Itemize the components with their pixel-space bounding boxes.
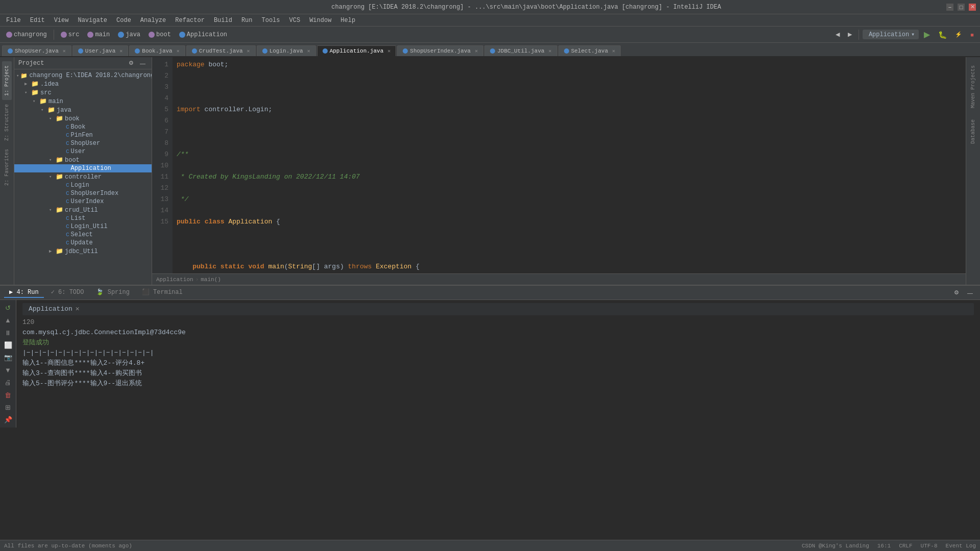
menu-build[interactable]: Build [210,16,236,25]
clear-button[interactable]: 🗑 [3,390,13,399]
tree-update[interactable]: C Update [14,239,152,247]
menu-file[interactable]: File [2,16,25,25]
menu-view[interactable]: View [50,16,73,25]
tree-changrong[interactable]: ▾ 📁 changrong E:\IDEA 2018.2\changrong [14,71,152,80]
menu-window[interactable]: Window [305,16,335,25]
menu-analyze[interactable]: Analyze [136,16,170,25]
code-editor[interactable]: 1 2 3 4 5 6 7 8 9 10 11 12 13 14 15 pack… [152,57,966,273]
maximize-button[interactable]: □ [958,4,965,11]
tab-crudtest-close[interactable]: ✕ [247,48,250,54]
menu-refactor[interactable]: Refactor [171,16,209,25]
tab-shopuser-close[interactable]: ✕ [63,48,66,54]
scroll-down-btn[interactable]: ▼ [3,365,13,374]
tab-application[interactable]: Application.java ✕ [317,45,397,56]
tree-controller[interactable]: ▾ 📁 controller [14,172,152,181]
tab-book[interactable]: Book.java ✕ [129,45,185,56]
run-tab-close[interactable]: ✕ [76,304,80,314]
bottom-minimize-btn[interactable]: — [964,289,976,297]
forward-button[interactable]: ▶ [845,30,855,39]
tree-book[interactable]: ▾ 📁 book [14,114,152,123]
menu-run[interactable]: Run [237,16,257,25]
menu-navigate[interactable]: Navigate [74,16,111,25]
tree-application[interactable]: C Application [14,164,152,172]
toolbar-main[interactable]: main [84,30,113,39]
tree-login[interactable]: C Login [14,181,152,189]
tab-jdbcutil[interactable]: JDBC_Util.java ✕ [484,45,557,56]
toolbar-project[interactable]: changrong [3,30,50,39]
toolbar-src[interactable]: src [58,30,83,39]
debug-button[interactable]: 🐛 [935,30,950,40]
scroll-up-btn[interactable]: ▲ [3,315,13,324]
tree-userindex[interactable]: C UserIndex [14,197,152,206]
menu-edit[interactable]: Edit [26,16,49,25]
menu-tools[interactable]: Tools [258,16,284,25]
run-tab-btn[interactable]: ▶ 4: Run [4,287,44,298]
java-label: java [126,31,140,38]
tab-crudtest[interactable]: CrudTest.java ✕ [186,45,256,56]
terminal-tab-btn[interactable]: ⬛ Terminal [137,287,188,298]
tree-select[interactable]: C Select [14,231,152,239]
run-button[interactable]: ▶ [921,29,933,40]
tab-login-close[interactable]: ✕ [307,48,310,54]
tab-select-close[interactable]: ✕ [612,48,615,54]
toolbar-java[interactable]: java [115,30,143,39]
menu-code[interactable]: Code [112,16,135,25]
tree-src[interactable]: ▾ 📁 src [14,88,152,97]
todo-tab-btn[interactable]: ✓ 6: TODO [46,287,89,298]
rerun-button[interactable]: ↺ [3,303,13,312]
back-button[interactable]: ◀ [832,30,843,39]
tab-login[interactable]: Login.java ✕ [257,45,316,56]
coverage-button[interactable]: ⚡ [952,30,965,39]
tree-book-class[interactable]: C Book [14,123,152,131]
arrow-icon: ▾ [16,73,19,79]
step-button[interactable]: ⬜ [3,340,13,349]
close-button[interactable]: ✕ [969,4,976,11]
spring-tab-btn[interactable]: 🍃 Spring [91,287,134,298]
pause-button[interactable]: ⏸ [3,328,13,337]
folder-icon: 📁 [39,97,47,105]
structure-tab[interactable]: Z: Structure [2,100,12,145]
tab-user-close[interactable]: ✕ [119,48,122,54]
tree-idea[interactable]: ▶ 📁 .idea [14,80,152,88]
tab-book-close[interactable]: ✕ [177,48,180,54]
snapshot-button[interactable]: 📷 [3,353,13,362]
tree-user[interactable]: C User [14,147,152,156]
project-collapse-button[interactable]: — [138,59,148,67]
tree-loginutil[interactable]: C Login_Util [14,222,152,231]
tree-pinfen[interactable]: C PinFen [14,131,152,139]
grid-button[interactable]: ⊞ [3,403,13,412]
tree-main-label: main [48,98,63,105]
tree-list[interactable]: C List [14,214,152,222]
status-eventlog[interactable]: Event Log [946,543,976,549]
menu-help[interactable]: Help [336,16,359,25]
bottom-settings-btn[interactable]: ⚙ [951,288,962,297]
toolbar-boot[interactable]: boot [145,30,174,39]
favorites-tab[interactable]: 2: Favorites [2,145,12,190]
tab-jdbcutil-close[interactable]: ✕ [549,48,552,54]
tree-boot[interactable]: ▾ 📁 boot [14,156,152,164]
code-content[interactable]: package boot; import controller.Login; /… [173,57,966,273]
maven-projects-tab[interactable]: Maven Projects [968,61,978,112]
tree-jdbc[interactable]: ▶ 📁 jdbc_Util [14,247,152,256]
toolbar-application[interactable]: Application [176,30,230,39]
tab-shopuser[interactable]: ShopUser.java ✕ [2,45,71,56]
tab-application-close[interactable]: ✕ [387,48,390,54]
project-panel-tab[interactable]: 1: Project [2,61,12,100]
tree-main[interactable]: ▾ 📁 main [14,97,152,106]
tree-shopuserindex[interactable]: C ShopUserIndex [14,189,152,197]
tree-shopuser[interactable]: C ShopUser [14,139,152,147]
tab-shopuserindex[interactable]: ShopUserIndex.java ✕ [397,45,483,56]
pin-button[interactable]: 📌 [3,415,13,424]
minimize-button[interactable]: − [946,4,953,11]
tab-shopuserindex-close[interactable]: ✕ [475,48,478,54]
project-settings-button[interactable]: ⚙ [127,59,136,67]
print-button[interactable]: 🖨 [3,378,13,387]
tree-java[interactable]: ▾ 📁 java [14,106,152,114]
database-tab[interactable]: Database [968,115,978,148]
stop-button[interactable]: ■ [967,31,977,39]
tab-select[interactable]: Select.java ✕ [558,45,621,56]
menu-vcs[interactable]: VCS [285,16,305,25]
tree-crud[interactable]: ▾ 📁 crud_Util [14,206,152,214]
run-config-selector[interactable]: Application ▾ [863,30,919,39]
tab-user[interactable]: User.java ✕ [72,45,128,56]
